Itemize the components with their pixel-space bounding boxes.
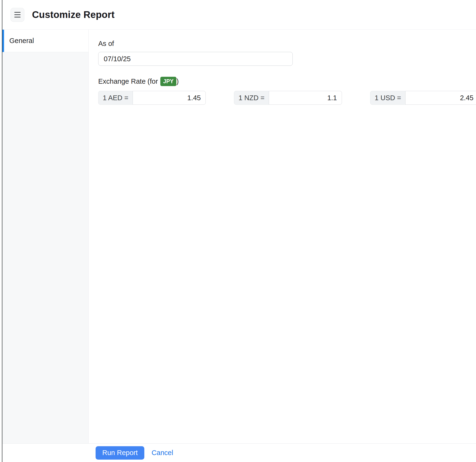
as-of-label: As of xyxy=(98,40,476,48)
currency-badge: JPY xyxy=(160,77,176,86)
rate-nzd-label: 1 NZD = xyxy=(234,91,269,105)
rate-aed-label: 1 AED = xyxy=(98,91,133,105)
menu-button[interactable] xyxy=(10,8,24,22)
customize-report-panel: Customize Report General As of Exchange … xyxy=(2,0,476,462)
panel-body: General As of Exchange Rate (for JPY ) 1… xyxy=(2,30,476,443)
rate-usd-input[interactable] xyxy=(405,91,476,105)
run-report-button[interactable]: Run Report xyxy=(96,446,144,460)
as-of-date-input[interactable] xyxy=(98,52,293,66)
rate-group-aed: 1 AED = xyxy=(98,91,206,105)
page-title: Customize Report xyxy=(32,9,114,20)
rate-group-nzd: 1 NZD = xyxy=(234,91,342,105)
exchange-rate-label-suffix: ) xyxy=(176,78,179,85)
rate-nzd-input[interactable] xyxy=(269,91,342,105)
exchange-rates-row: 1 AED = 1 NZD = 1 USD = xyxy=(98,91,476,105)
cancel-link[interactable]: Cancel xyxy=(152,449,173,457)
exchange-rate-label-prefix: Exchange Rate (for xyxy=(98,78,158,85)
footer: Run Report Cancel xyxy=(2,443,476,462)
main-content: As of Exchange Rate (for JPY ) 1 AED = 1… xyxy=(89,30,476,443)
rate-group-usd: 1 USD = xyxy=(370,91,476,105)
exchange-rate-label: Exchange Rate (for JPY ) xyxy=(98,77,476,86)
sidebar-item-general[interactable]: General xyxy=(2,30,88,52)
hamburger-icon xyxy=(14,12,21,17)
sidebar: General xyxy=(2,30,89,443)
sidebar-item-label: General xyxy=(9,37,34,45)
rate-aed-input[interactable] xyxy=(133,91,206,105)
header: Customize Report xyxy=(2,0,476,30)
rate-usd-label: 1 USD = xyxy=(370,91,406,105)
